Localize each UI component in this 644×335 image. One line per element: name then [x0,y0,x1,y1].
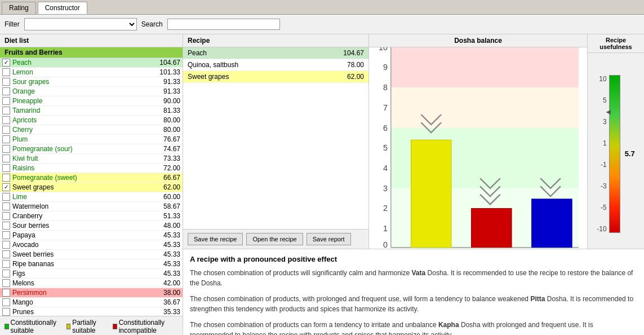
diet-item[interactable]: Kiwi fruit73.33 [0,154,183,164]
diet-item-name: Pomegranate (sour) [12,145,152,153]
diet-item-checkbox[interactable] [2,78,10,86]
diet-item-checkbox[interactable] [2,183,10,191]
diet-item[interactable]: Cranberry51.33 [0,211,183,221]
diet-item[interactable]: Apricots80.00 [0,116,183,125]
diet-item-checkbox[interactable] [2,145,10,153]
diet-item[interactable]: Plum76.67 [0,135,183,144]
diet-item[interactable]: Mango36.67 [0,298,183,307]
diet-item[interactable]: Avocado45.33 [0,240,183,250]
diet-item-checkbox[interactable] [2,193,10,201]
tab-constructor[interactable]: Constructor [38,2,87,14]
description-panel[interactable]: A recipe with a pronounced positive effe… [183,249,644,335]
diet-item-checkbox[interactable] [2,231,10,239]
diet-item-checkbox[interactable] [2,59,10,67]
pitta-bar [472,209,512,248]
svg-rect-1 [391,87,579,127]
diet-item-score: 45.33 [152,270,180,277]
svg-text:2: 2 [383,204,388,213]
diet-item[interactable]: Lemon101.33 [0,68,183,77]
diet-item[interactable]: Watermelon58.67 [0,202,183,211]
diet-item-score: 101.33 [152,68,180,76]
diet-item-checkbox[interactable] [2,116,10,124]
diet-group-header: Fruits and Berries [0,47,183,58]
diet-item-checkbox[interactable] [2,164,10,172]
diet-item-score: 45.33 [152,241,180,249]
open-recipe-button[interactable]: Open the recipe [246,233,303,245]
diet-item-checkbox[interactable] [2,174,10,182]
diet-item-checkbox[interactable] [2,308,10,316]
diet-item-checkbox[interactable] [2,87,10,95]
diet-item-checkbox[interactable] [2,68,10,76]
diet-item-name: Ripe bananas [12,260,152,268]
svg-text:8: 8 [383,83,388,92]
svg-text:6: 6 [383,124,388,133]
diet-item[interactable]: Pineapple90.00 [0,96,183,106]
diet-item[interactable]: Pomegranate (sweet)66.67 [0,173,183,183]
diet-item-checkbox[interactable] [2,212,10,220]
svg-text:4: 4 [383,164,388,173]
diet-item-score: 91.33 [152,78,180,86]
diet-item-name: Tamarind [12,107,152,114]
scale-label-neg10: -10 [597,225,606,233]
diet-item-checkbox[interactable] [2,126,10,134]
diet-item-checkbox[interactable] [2,270,10,277]
diet-item-checkbox[interactable] [2,155,10,162]
search-input[interactable] [167,19,280,30]
diet-item[interactable]: Figs45.33 [0,269,183,279]
diet-item-checkbox[interactable] [2,250,10,258]
diet-item-checkbox[interactable] [2,107,10,114]
diet-item[interactable]: Melons42.00 [0,279,183,288]
diet-item-checkbox[interactable] [2,241,10,249]
diet-item[interactable]: Peach104.67 [0,58,183,68]
diet-list-container[interactable]: Fruits and Berries Peach104.67Lemon101.3… [0,47,183,316]
diet-item-checkbox[interactable] [2,260,10,268]
diet-item-name: Sweet berries [12,250,152,258]
diet-item-checkbox[interactable] [2,298,10,306]
diet-item-checkbox[interactable] [2,202,10,210]
tab-rating[interactable]: Rating [2,2,36,14]
diet-item[interactable]: Sour grapes91.33 [0,77,183,87]
recipe-item-2-score: 78.00 [347,61,364,69]
diet-item[interactable]: Sour berries48.00 [0,221,183,231]
diet-panel-header: Diet list [0,34,183,47]
diet-item-name: Sour grapes [12,78,152,86]
legend-suitable: Constitutionally suitable [5,319,60,334]
diet-item-name: Plum [12,135,152,143]
diet-item-score: 66.67 [152,174,180,182]
diet-item-score: 60.00 [152,193,180,201]
diet-item[interactable]: Raisins72.00 [0,164,183,173]
vata-bar [411,140,451,247]
diet-item[interactable]: Cherry80.00 [0,125,183,135]
diet-item[interactable]: Prunes35.33 [0,307,183,316]
diet-item-checkbox[interactable] [2,135,10,143]
diet-item[interactable]: Ripe bananas45.33 [0,259,183,269]
svg-text:3: 3 [383,184,388,193]
recipe-item-3[interactable]: Sweet grapes 62.00 [183,71,368,83]
diet-item-score: 74.67 [152,145,180,153]
usefulness-panel: Recipe usefulness 10 5 3 1 -1 -3 -5 -10 [588,34,644,249]
recipe-item-1[interactable]: Peach 104.67 [183,47,368,59]
diet-item-checkbox[interactable] [2,289,10,297]
diet-item[interactable]: Papaya45.33 [0,231,183,240]
diet-item[interactable]: Pomegranate (sour)74.67 [0,144,183,154]
save-report-button[interactable]: Save report [307,233,351,245]
diet-item-checkbox[interactable] [2,279,10,287]
diet-item[interactable]: Sweet grapes62.00 [0,183,183,192]
diet-item-name: Pomegranate (sweet) [12,174,152,182]
filter-select[interactable] [24,18,137,30]
diet-item-name: Cranberry [12,212,152,220]
diet-item[interactable]: Tamarind81.33 [0,106,183,116]
diet-item[interactable]: Sweet berries45.33 [0,250,183,259]
diet-item-name: Pineapple [12,97,152,105]
recipe-item-2[interactable]: Quinoa, saltbush 78.00 [183,59,368,71]
save-recipe-button[interactable]: Save the recipe [188,233,243,245]
scale-label-neg1: -1 [597,161,606,169]
diet-item[interactable]: Lime60.00 [0,192,183,202]
diet-item-score: 73.33 [152,155,180,162]
diet-item[interactable]: Orange91.33 [0,87,183,96]
diet-item-name: Sweet grapes [12,183,152,191]
diet-item-checkbox[interactable] [2,222,10,230]
diet-item[interactable]: Persimmon38.00 [0,288,183,298]
diet-item-score: 45.33 [152,250,180,258]
diet-item-checkbox[interactable] [2,97,10,105]
